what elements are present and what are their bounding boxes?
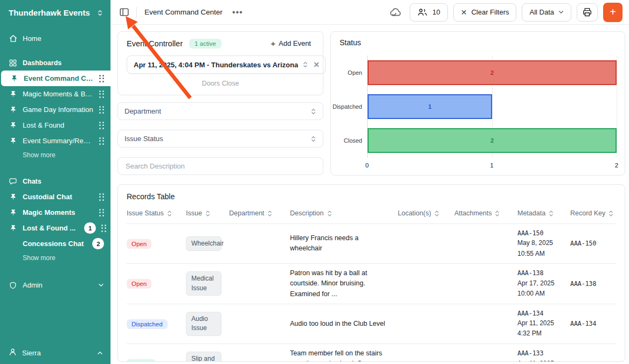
panel-toggle-icon: [120, 8, 129, 16]
column-header[interactable]: Attachments: [454, 209, 517, 217]
department-filter-select[interactable]: Department: [117, 102, 323, 120]
search-description-input[interactable]: [125, 162, 316, 171]
table-row[interactable]: Open Wheelchair Hillery Francis needs a …: [127, 223, 616, 263]
sidebar: Thunderhawk Events Home Dashboards Event…: [0, 0, 110, 364]
main-area: Event Command Center ••• 10 ✕ Clear Filt…: [110, 0, 629, 364]
drag-handle-icon[interactable]: [99, 90, 104, 98]
column-header[interactable]: Description: [290, 209, 398, 217]
sidebar-header[interactable]: Thunderhawk Events: [0, 0, 110, 22]
pin-icon: [9, 193, 17, 200]
sidebar-chat-item[interactable]: Concessions Chat 2: [0, 236, 110, 251]
chevron-down-icon: [98, 283, 104, 287]
sidebar-item-label: Home: [23, 34, 104, 43]
sidebar-chat-item[interactable]: Custodial Chat: [0, 189, 110, 205]
column-header[interactable]: Issue: [186, 209, 229, 217]
event-select[interactable]: Apr 11, 2025, 4:04 PM - Thunderskates vs…: [127, 55, 326, 74]
sidebar-item-home[interactable]: Home: [0, 30, 110, 46]
chart-x-axis: 012: [367, 162, 617, 171]
metadata-cell: AAA-138 Apr 17, 2025 10:00 AM: [517, 268, 570, 299]
metadata-cell: AAA-150 May 8, 2025 10:55 AM: [517, 228, 570, 259]
topbar: Event Command Center ••• 10 ✕ Clear Filt…: [110, 0, 629, 25]
drag-handle-icon[interactable]: [99, 209, 104, 216]
add-record-button[interactable]: +: [603, 3, 623, 22]
sort-icon: [205, 210, 210, 217]
chart-title: Status: [340, 38, 616, 47]
sidebar-dashboard-item[interactable]: Event Command Center: [1, 71, 110, 86]
column-header[interactable]: Location(s): [398, 209, 454, 217]
pin-icon: [9, 122, 17, 129]
chart-bar-closed[interactable]: 2: [368, 128, 617, 153]
issue-chip: Audio Issue: [186, 312, 222, 336]
clear-filters-button[interactable]: ✕ Clear Filters: [453, 3, 517, 22]
chart-bar-dispatched[interactable]: 1: [368, 94, 492, 119]
drag-handle-icon[interactable]: [99, 137, 104, 145]
record-key-cell: AAA-150: [570, 240, 616, 247]
sort-icon: [267, 210, 272, 217]
table-row[interactable]: Dispatched Audio Issue Audio too loud in…: [127, 304, 616, 344]
online-count: 10: [432, 8, 440, 16]
user-name: Sierra: [22, 349, 92, 357]
drag-handle-icon[interactable]: [99, 75, 104, 82]
sidebar-dashboard-item[interactable]: Magic Moments & Budget: [0, 86, 110, 102]
column-header[interactable]: Metadata: [517, 209, 570, 217]
sort-icon: [167, 210, 172, 217]
online-users-button[interactable]: 10: [410, 3, 447, 22]
drag-handle-icon[interactable]: [101, 225, 106, 232]
issue-chip: Slip and Fall: [186, 352, 222, 362]
user-menu[interactable]: Sierra: [0, 341, 110, 364]
description-cell: Hillery Francis needs a wheelchair: [290, 233, 398, 254]
clear-selection-icon[interactable]: ✕: [313, 61, 320, 68]
sidebar-dashboard-item[interactable]: Game Day Information: [0, 102, 110, 117]
column-header[interactable]: Department: [229, 209, 290, 217]
chats-show-more[interactable]: Show more: [0, 251, 110, 264]
chevron-up-icon: [97, 351, 103, 355]
event-controller-card: Event Controller 1 active + Add Event Ap…: [117, 31, 323, 95]
print-button[interactable]: [577, 3, 598, 22]
sidebar-item-label: Admin: [23, 281, 93, 289]
table-body: Open Wheelchair Hillery Francis needs a …: [127, 223, 616, 362]
dashboards-show-more[interactable]: Show more: [0, 149, 110, 162]
sidebar-item-label: Magic Moments: [23, 208, 75, 216]
pin-icon: [9, 90, 17, 97]
add-event-button[interactable]: + Add Event: [267, 38, 314, 48]
sidebar-toggle-button[interactable]: [117, 7, 131, 17]
sidebar-section-chats[interactable]: Chats: [0, 173, 110, 189]
selected-event-value: Apr 11, 2025, 4:04 PM - Thunderskates vs…: [134, 61, 298, 69]
sidebar-item-label: Concessions Chat: [23, 240, 84, 248]
column-header[interactable]: Issue Status: [127, 209, 186, 217]
sidebar-item-label: Event Summary/Reporting: [23, 137, 94, 145]
sidebar-dashboard-item[interactable]: Event Summary/Reporting: [0, 133, 110, 149]
column-header[interactable]: Record Key: [570, 209, 616, 217]
drag-handle-icon[interactable]: [99, 193, 104, 201]
pin-icon: [9, 106, 17, 113]
data-scope-dropdown[interactable]: All Data: [522, 3, 571, 22]
sort-icon: [434, 210, 439, 217]
records-table-title: Records Table: [127, 192, 616, 201]
x-tick-label: 2: [615, 162, 618, 169]
chevron-down-icon: [558, 10, 564, 14]
table-row[interactable]: Open Medical Issue Patron was hit by a b…: [127, 263, 616, 304]
drag-handle-icon[interactable]: [99, 122, 104, 129]
active-events-badge: 1 active: [189, 39, 222, 48]
sidebar-chat-item[interactable]: Magic Moments: [0, 205, 110, 220]
sidebar-dashboard-item[interactable]: Lost & Found: [0, 117, 110, 133]
more-menu-button[interactable]: •••: [229, 8, 246, 17]
description-cell: Team member fell on the stairs near the …: [290, 348, 398, 362]
sidebar-section-dashboards[interactable]: Dashboards: [0, 55, 110, 71]
sidebar-item-label: Lost & Found ...: [23, 224, 75, 232]
sidebar-chat-item[interactable]: Lost & Found ... 1: [0, 220, 110, 236]
home-icon: [9, 34, 17, 43]
drag-handle-icon[interactable]: [99, 106, 104, 114]
sort-icon: [327, 210, 332, 217]
chart-bar-open[interactable]: 2: [368, 60, 617, 85]
table-row[interactable]: Closed Slip and Fall Team member fell on…: [127, 344, 616, 362]
chart-category-label: Dispatched: [333, 103, 362, 110]
collapse-chevron-icon[interactable]: [97, 9, 103, 17]
issue-status-filter-select[interactable]: Issue Status: [117, 130, 323, 148]
select-chevrons-icon: [310, 108, 316, 115]
table-header-row: Issue Status Issue Department Descriptio…: [127, 201, 616, 223]
sidebar-section-label: Dashboards: [23, 59, 104, 67]
sync-status-icon[interactable]: [388, 6, 404, 18]
sidebar-item-admin[interactable]: Admin: [0, 277, 110, 293]
page-title: Event Command Center: [144, 8, 223, 16]
